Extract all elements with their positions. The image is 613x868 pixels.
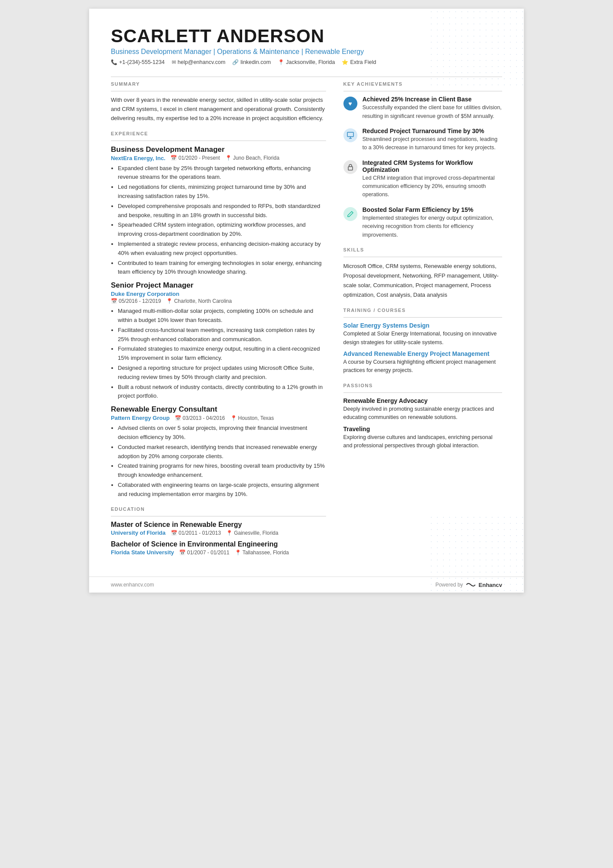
list-item: Facilitated cross-functional team meetin…: [118, 326, 326, 344]
course-2-desc: A course by Coursera highlighting effici…: [343, 358, 503, 375]
svg-rect-0: [347, 132, 353, 137]
job-3-date: 📅 03/2013 - 04/2016: [175, 415, 225, 421]
edu-1-meta: University of Florida 📅 01/2011 - 01/201…: [111, 530, 326, 536]
edu-2-degree: Bachelor of Science in Environmental Eng…: [111, 540, 326, 548]
list-item: Implemented a strategic review process, …: [118, 240, 326, 258]
achievement-4-icon: [343, 207, 357, 221]
achievements-section: KEY ACHIEVEMENTS ♥ Achieved 25% Increase…: [343, 81, 503, 239]
phone-contact: 📞 +1-(234)-555-1234: [111, 59, 165, 65]
course-2-title: Advanced Renewable Energy Project Manage…: [343, 350, 503, 357]
training-divider: [343, 317, 503, 318]
summary-text: With over 8 years in the renewable energ…: [111, 96, 326, 123]
edu-1-school: University of Florida: [111, 530, 166, 536]
summary-section: SUMMARY With over 8 years in the renewab…: [111, 81, 326, 123]
powered-by-text: Powered by: [435, 582, 463, 588]
job-1-title: Business Development Manager: [111, 145, 326, 154]
skills-section: SKILLS Microsoft Office, CRM systems, Re…: [343, 247, 503, 300]
list-item: Expanded client base by 25% through targ…: [118, 164, 326, 182]
achievement-1: ♥ Achieved 25% Increase in Client Base S…: [343, 96, 503, 121]
list-item: Managed multi-million-dollar solar proje…: [118, 307, 326, 325]
pin-icon-1: 📍: [225, 155, 232, 161]
passions-section: PASSIONS Renewable Energy Advocacy Deepl…: [343, 383, 503, 450]
job-2-meta: Duke Energy Corporation: [111, 291, 326, 297]
job-3-location: 📍 Houston, Texas: [230, 415, 274, 421]
phone-text: +1-(234)-555-1234: [119, 59, 165, 65]
job-2-bullets: Managed multi-million-dollar solar proje…: [111, 307, 326, 401]
job-1-date: 📅 01/2020 - Present: [170, 155, 220, 161]
enhancv-logo-icon: [466, 581, 476, 588]
location-text: Jacksonville, Florida: [286, 59, 335, 65]
header-section: SCARLETT ANDERSON Business Development M…: [111, 26, 502, 65]
achievement-4-title: Boosted Solar Farm Efficiency by 15%: [363, 206, 503, 213]
job-3-bullets: Advised clients on over 5 solar projects…: [111, 424, 326, 499]
job-2-location: 📍 Charlotte, North Carolina: [166, 298, 232, 304]
achievement-3-desc: Led CRM integration that improved cross-…: [363, 174, 503, 199]
achievement-4-content: Boosted Solar Farm Efficiency by 15% Imp…: [363, 206, 503, 239]
resume-wrapper: SCARLETT ANDERSON Business Development M…: [89, 9, 524, 593]
education-divider: [111, 516, 326, 516]
skills-divider: [343, 257, 503, 257]
location-contact: 📍 Jacksonville, Florida: [278, 59, 335, 65]
job-1-company: NextEra Energy, Inc.: [111, 155, 165, 161]
summary-label: SUMMARY: [111, 81, 326, 87]
list-item: Spearheaded CRM system integration, opti…: [118, 221, 326, 239]
pin-icon-edu1: 📍: [226, 530, 233, 536]
list-item: Led negotiations for clients, minimizing…: [118, 183, 326, 201]
main-columns: SUMMARY With over 8 years in the renewab…: [111, 81, 502, 563]
skills-label: SKILLS: [343, 247, 503, 252]
achievement-2-desc: Streamlined project processes and negoti…: [363, 135, 503, 152]
job-3: Renewable Energy Consultant Pattern Ener…: [111, 405, 326, 499]
monitor-icon: [347, 132, 354, 139]
job-3-company: Pattern Energy Group: [111, 415, 170, 421]
achievement-3-icon: [343, 160, 357, 174]
edu-2: Bachelor of Science in Environmental Eng…: [111, 540, 326, 556]
achievement-3: Integrated CRM Systems for Workflow Opti…: [343, 159, 503, 199]
job-2-company: Duke Energy Corporation: [111, 291, 179, 297]
edu-2-meta: Florida State University 📅 01/2007 - 01/…: [111, 549, 326, 556]
experience-label: EXPERIENCE: [111, 131, 326, 136]
footer-website: www.enhancv.com: [111, 582, 154, 588]
education-section: EDUCATION Master of Science in Renewable…: [111, 506, 326, 556]
header-divider: [111, 77, 502, 77]
experience-section: EXPERIENCE Business Development Manager …: [111, 131, 326, 499]
location-icon: 📍: [278, 59, 284, 65]
email-contact: ✉ help@enhancv.com: [172, 59, 226, 65]
linkedin-contact: 🔗 linkedin.com: [232, 59, 270, 65]
skills-text: Microsoft Office, CRM systems, Renewable…: [343, 261, 503, 300]
passion-2-title: Traveling: [343, 426, 503, 432]
job-2: Senior Project Manager Duke Energy Corpo…: [111, 281, 326, 401]
training-section: TRAINING / COURSES Solar Energy Systems …: [343, 308, 503, 375]
candidate-title: Business Development Manager | Operation…: [111, 48, 502, 56]
job-1-location: 📍 Juno Beach, Florida: [225, 155, 280, 161]
course-1: Solar Energy Systems Design Completed at…: [343, 322, 503, 347]
job-1-meta: NextEra Energy, Inc. 📅 01/2020 - Present…: [111, 155, 326, 161]
calendar-icon-2: 📅: [111, 298, 117, 304]
job-3-title: Renewable Energy Consultant: [111, 405, 326, 414]
passion-2-desc: Exploring diverse cultures and landscape…: [343, 433, 503, 450]
job-1: Business Development Manager NextEra Ene…: [111, 145, 326, 277]
linkedin-text: linkedin.com: [240, 59, 270, 65]
edu-2-school: Florida State University: [111, 549, 174, 556]
achievement-2-content: Reduced Project Turnaround Time by 30% S…: [363, 127, 503, 152]
achievements-divider: [343, 91, 503, 91]
job-3-meta: Pattern Energy Group 📅 03/2013 - 04/2016…: [111, 415, 326, 421]
passions-divider: [343, 392, 503, 393]
list-item: Built a robust network of industry conta…: [118, 383, 326, 401]
email-icon: ✉: [172, 59, 176, 65]
svg-rect-3: [348, 167, 353, 170]
extra-icon: ⭐: [342, 59, 348, 65]
phone-icon: 📞: [111, 59, 117, 65]
lock-icon: [347, 164, 354, 171]
extra-text: Extra Field: [350, 59, 376, 65]
list-item: Advised clients on over 5 solar projects…: [118, 424, 326, 442]
achievement-4: Boosted Solar Farm Efficiency by 15% Imp…: [343, 206, 503, 239]
edu-2-date: 📅 01/2007 - 01/2011: [179, 550, 229, 556]
list-item: Designed a reporting structure for proje…: [118, 364, 326, 382]
edu-1-location: 📍 Gainesville, Florida: [226, 530, 278, 536]
calendar-icon-edu1: 📅: [171, 530, 177, 536]
email-text: help@enhancv.com: [178, 59, 226, 65]
job-2-meta2: 📅 05/2016 - 12/2019 📍 Charlotte, North C…: [111, 298, 326, 304]
candidate-name: SCARLETT ANDERSON: [111, 26, 502, 46]
achievement-3-content: Integrated CRM Systems for Workflow Opti…: [363, 159, 503, 199]
achievement-1-content: Achieved 25% Increase in Client Base Suc…: [363, 96, 503, 121]
